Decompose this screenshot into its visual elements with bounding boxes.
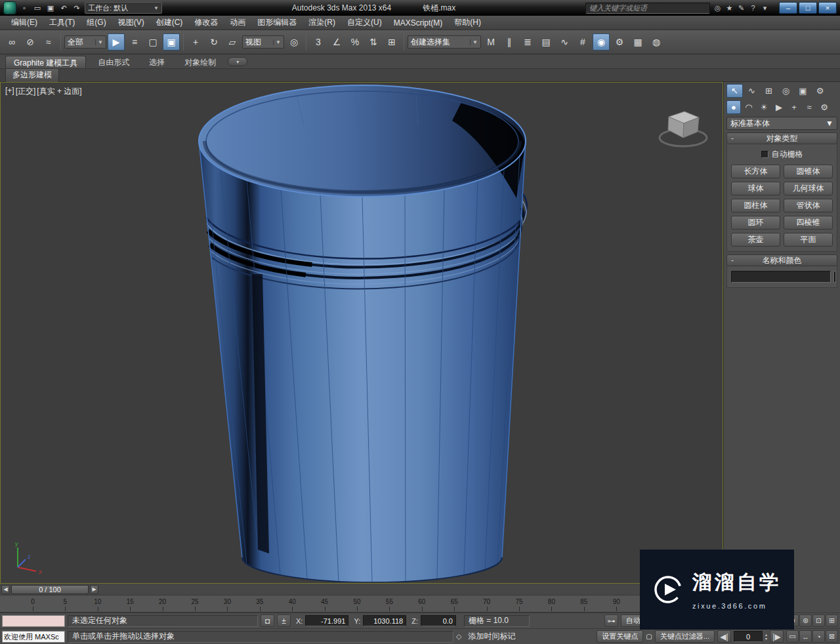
select-and-link[interactable]: ∞ <box>3 33 20 50</box>
select-by-name[interactable]: ≡ <box>126 33 143 50</box>
key-filters-button[interactable]: 关键点过滤器... <box>655 630 715 643</box>
tab-polygon-modeling[interactable]: 多边形建模 <box>5 68 59 83</box>
zoom-extents[interactable]: ⊡ <box>812 614 825 627</box>
z-coordinate-field[interactable]: 0.0 <box>421 615 456 626</box>
create-tab[interactable]: ↖ <box>726 84 743 98</box>
render-production[interactable]: ◍ <box>648 33 665 50</box>
save-file[interactable]: ▣ <box>45 2 56 14</box>
infocenter-search-input[interactable] <box>585 3 710 14</box>
ribbon-tab-object-paint[interactable]: 对象绘制 <box>177 56 224 68</box>
cylinder-button[interactable]: 圆柱体 <box>731 199 780 212</box>
menu-customize[interactable]: 自定义(U) <box>341 16 388 30</box>
previous-key-button[interactable]: ◀| <box>717 630 731 643</box>
y-coordinate-field[interactable]: 1030.118 <box>363 615 406 626</box>
ribbon-tab-freeform[interactable]: 自由形式 <box>90 56 137 68</box>
bind-to-space-warp[interactable]: ≈ <box>40 33 57 50</box>
help[interactable]: ? <box>747 3 759 14</box>
pyramid-button[interactable]: 四棱锥 <box>784 216 833 230</box>
percent-snap-toggle[interactable]: % <box>346 33 364 50</box>
graphite-ribbon-toggle[interactable]: ▤ <box>537 33 555 50</box>
plane-button[interactable]: 平面 <box>784 233 833 247</box>
reference-coordinate-combo[interactable]: 视图▼ <box>242 35 284 49</box>
menu-rendering[interactable]: 渲染(R) <box>303 16 341 30</box>
viewport-shading-menu[interactable]: [真实 + 边面] <box>37 86 81 97</box>
angle-snap-toggle[interactable]: ∠ <box>328 33 345 50</box>
rendered-frame-window[interactable]: ▦ <box>629 33 646 50</box>
align[interactable]: ∥ <box>501 33 518 50</box>
add-time-tag[interactable]: 添加时间标记 <box>464 631 524 643</box>
favorites[interactable]: ✎ <box>736 3 747 14</box>
render-setup[interactable]: ⚙ <box>611 33 628 50</box>
name-color-rollout-header[interactable]: - 名称和颜色 <box>726 254 837 266</box>
pan-view[interactable]: ↔ <box>799 630 812 643</box>
lights-category[interactable]: ☀ <box>757 100 771 114</box>
ribbon-tab-selection[interactable]: 选择 <box>141 56 173 68</box>
material-editor[interactable]: ◉ <box>593 33 610 50</box>
object-color-swatch[interactable] <box>834 272 835 282</box>
unlink-selection[interactable]: ⊘ <box>22 33 39 50</box>
new-file[interactable]: ▫ <box>18 2 30 14</box>
absolute-offset-mode-toggle[interactable]: ± <box>277 614 291 627</box>
minimize-button[interactable]: – <box>779 2 797 14</box>
bucket-object[interactable] <box>199 85 527 582</box>
time-slider-next-arrow[interactable]: ▶ <box>90 585 98 594</box>
search[interactable]: ◎ <box>712 3 723 14</box>
ribbon-minimize-toggle[interactable]: ▾ <box>228 57 247 66</box>
spinner-snap-toggle[interactable]: ⇅ <box>365 33 382 50</box>
snaps-toggle[interactable]: 3 <box>310 33 327 50</box>
cone-button[interactable]: 圆锥体 <box>784 165 833 178</box>
set-keys-button[interactable]: ⊶ <box>604 614 618 627</box>
menu-group[interactable]: 组(G) <box>81 16 112 30</box>
current-frame-field[interactable]: 0 <box>734 631 763 642</box>
select-object[interactable]: ▶ <box>108 33 125 50</box>
torus-button[interactable]: 圆环 <box>731 216 780 230</box>
menu-edit[interactable]: 编辑(E) <box>5 16 43 30</box>
maximize-button[interactable]: □ <box>799 2 817 14</box>
helpers-category[interactable]: + <box>787 100 801 114</box>
primitive-type-combo[interactable]: 标准基本体 ▼ <box>726 117 837 130</box>
menu-create[interactable]: 创建(C) <box>150 16 189 30</box>
maximize-viewport-toggle[interactable]: ⊠ <box>826 630 838 643</box>
cameras-category[interactable]: ▶ <box>772 100 786 114</box>
menu-maxscript[interactable]: MAXScript(M) <box>388 17 449 29</box>
mirror[interactable]: M <box>482 33 499 50</box>
checkbox-icon[interactable]: ▢ <box>646 633 652 640</box>
viewport[interactable]: [+] [正交] [真实 + 边面] <box>0 82 723 584</box>
schematic-view[interactable]: # <box>574 33 591 50</box>
x-coordinate-field[interactable]: -71.991 <box>305 615 348 626</box>
viewport-canvas[interactable] <box>1 83 723 582</box>
geosphere-button[interactable]: 几何球体 <box>784 182 833 195</box>
viewport-view-menu[interactable]: [正交] <box>16 86 36 97</box>
zoom-all[interactable]: ⊛ <box>799 614 812 627</box>
utilities-tab[interactable]: ⚙ <box>812 84 828 98</box>
close-button[interactable]: × <box>818 2 837 14</box>
space-warps-category[interactable]: ≈ <box>802 100 816 114</box>
zoom-extents-all[interactable]: ⊞ <box>826 614 838 627</box>
use-pivot-point-center[interactable]: ◎ <box>285 33 303 50</box>
menu-animation[interactable]: 动画 <box>224 16 251 30</box>
time-slider-prev-arrow[interactable]: ◀ <box>1 585 10 594</box>
display-tab[interactable]: ▣ <box>795 84 811 98</box>
time-slider-track[interactable]: ◀ 0 / 100 ▶ <box>0 584 723 595</box>
select-and-rotate[interactable]: ↻ <box>205 33 222 50</box>
menu-modifiers[interactable]: 修改器 <box>188 16 224 30</box>
orbit-view[interactable]: ◔ <box>812 630 825 643</box>
rectangular-selection-region[interactable]: ▢ <box>144 33 161 50</box>
window-crossing-toggle[interactable]: ▣ <box>163 33 180 50</box>
maxscript-mini-listener[interactable]: 欢迎使用 MAXSc <box>2 631 65 643</box>
time-slider-handle[interactable]: 0 / 100 <box>11 585 89 594</box>
keyboard-shortcut-override[interactable]: ⊞ <box>383 33 400 50</box>
set-key-button[interactable]: 设置关键点 <box>597 630 643 643</box>
communication-center[interactable]: ★ <box>724 3 735 14</box>
select-and-scale[interactable]: ▱ <box>224 33 241 50</box>
select-and-move[interactable]: + <box>187 33 204 50</box>
maxscript-mini-listener-macro[interactable] <box>2 615 65 627</box>
menu-help[interactable]: 帮助(H) <box>448 16 487 30</box>
teapot-button[interactable]: 茶壶 <box>731 233 780 247</box>
frame-spinner[interactable]: ▴▾ <box>765 633 767 641</box>
selection-filter-combo[interactable]: 全部▼ <box>64 35 106 49</box>
shapes-category[interactable]: ◠ <box>742 100 756 114</box>
systems-category[interactable]: ⚙ <box>817 100 831 114</box>
layer-manager[interactable]: ≣ <box>519 33 536 50</box>
hierarchy-tab[interactable]: ⊞ <box>761 84 777 98</box>
